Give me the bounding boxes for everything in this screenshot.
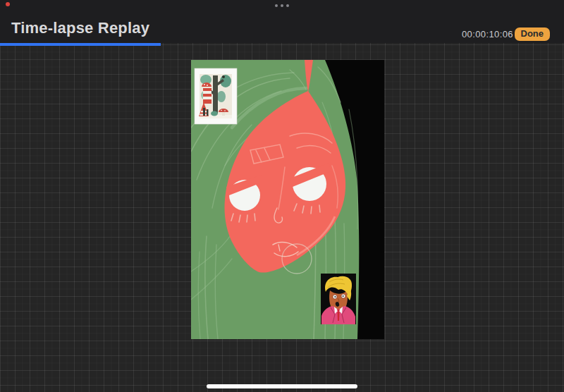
timelapse-timestamp: 00:00:10:06 (462, 29, 513, 39)
page-title: Time-lapse Replay (11, 19, 149, 37)
dot-icon (275, 4, 278, 7)
artwork-illustration (191, 60, 384, 339)
recording-indicator-dot (6, 2, 10, 6)
timelapse-replay-screen: Time-lapse Replay 00:00:10:06 Done (0, 0, 564, 392)
dot-icon (281, 4, 283, 7)
timelapse-canvas[interactable] (191, 60, 384, 339)
dot-icon (286, 4, 289, 7)
multitasking-handle-icon[interactable] (275, 4, 289, 7)
done-button[interactable]: Done (515, 27, 551, 41)
replay-progress-bar[interactable] (0, 43, 161, 46)
home-indicator[interactable] (207, 384, 357, 388)
reference-holiday-print (195, 68, 237, 124)
reference-caricature-portrait (321, 274, 356, 324)
